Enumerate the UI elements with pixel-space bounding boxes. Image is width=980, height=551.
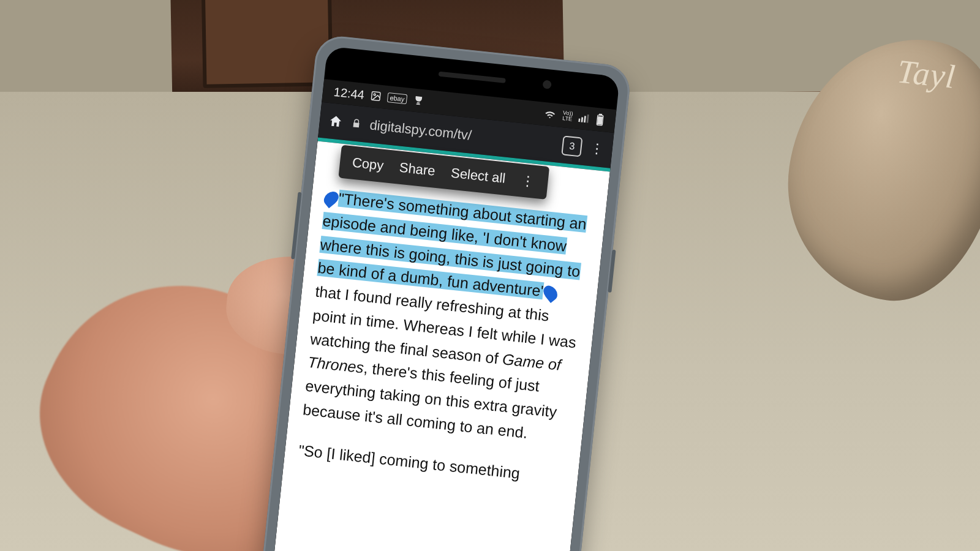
earpiece-speaker xyxy=(439,72,506,83)
svg-point-1 xyxy=(374,94,375,96)
article-body[interactable]: "There's something about starting an epi… xyxy=(272,141,610,551)
select-all-button[interactable]: Select all xyxy=(450,165,507,187)
browser-menu-icon[interactable]: ⋮ xyxy=(589,140,605,157)
home-icon[interactable] xyxy=(328,113,344,129)
article-paragraph-2[interactable]: "So [I liked] coming to something xyxy=(298,438,566,490)
article-paragraph-1[interactable]: "There's something about starting an epi… xyxy=(302,185,592,449)
ebay-icon: ebay xyxy=(387,92,407,104)
bag-brand-text: Tayl xyxy=(895,52,957,96)
status-time: 12:44 xyxy=(333,84,365,102)
lock-icon xyxy=(351,118,362,129)
share-button[interactable]: Share xyxy=(399,160,436,179)
selected-text[interactable]: "There's something about starting an epi… xyxy=(317,190,587,300)
tab-switcher[interactable]: 3 xyxy=(561,135,582,157)
svg-rect-7 xyxy=(600,114,602,115)
svg-rect-4 xyxy=(584,116,586,122)
phone-case: 12:44 ebay Vo))LTE xyxy=(260,34,632,551)
trophy-icon xyxy=(412,94,424,107)
volte-icon: Vo))LTE xyxy=(562,110,573,122)
phone-screen: 12:44 ebay Vo))LTE xyxy=(272,46,620,551)
svg-rect-5 xyxy=(587,114,589,123)
context-overflow-icon[interactable]: ⋮ xyxy=(521,173,537,190)
front-camera xyxy=(542,80,551,89)
phone: 12:44 ebay Vo))LTE xyxy=(260,34,632,551)
svg-rect-3 xyxy=(581,117,584,122)
battery-icon xyxy=(595,113,605,126)
svg-rect-2 xyxy=(578,119,580,122)
svg-rect-8 xyxy=(598,117,603,124)
wifi-icon xyxy=(544,109,557,120)
copy-button[interactable]: Copy xyxy=(352,155,385,174)
background-room: Tayl 12:44 ebay xyxy=(0,0,980,551)
image-icon xyxy=(370,90,382,102)
signal-icon xyxy=(578,113,590,124)
